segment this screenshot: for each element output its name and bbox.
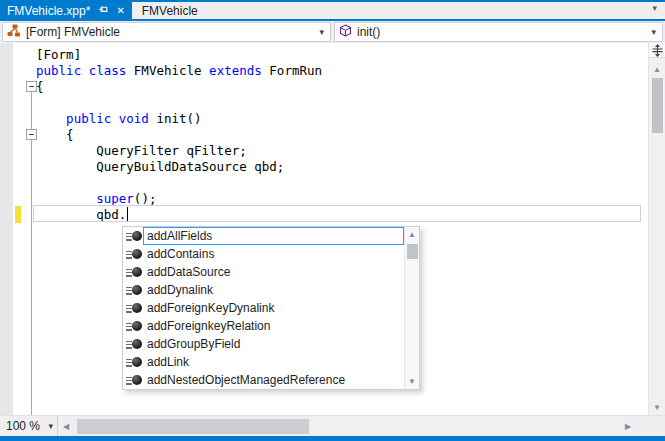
tab-fmvehicle-xpp[interactable]: FMVehicle.xpp* ✕ [0, 2, 132, 19]
horizontal-scroll-thumb[interactable] [77, 419, 309, 434]
editor-bottom-bar: 100 % ▾ ◀ ▶ [0, 415, 665, 436]
popup-scroll-thumb[interactable] [407, 244, 418, 259]
chevron-down-icon[interactable]: ▾ [651, 27, 658, 37]
code-text[interactable]: [Form] public class FMVehicle extends Fo… [36, 47, 322, 223]
code-line[interactable] [36, 95, 322, 111]
class-icon [7, 24, 21, 41]
tab-overflow-arrow-icon[interactable]: ▾ [652, 3, 657, 13]
intellisense-popup: addAllFields addContains addDataSource a… [122, 226, 420, 390]
scroll-down-icon[interactable]: ▼ [405, 377, 419, 386]
completion-item[interactable]: addLink [123, 353, 404, 371]
code-line[interactable]: QueryFilter qFilter; [36, 143, 322, 159]
completion-item[interactable]: addDataSource [123, 263, 404, 281]
scroll-up-icon[interactable]: ▲ [405, 230, 419, 239]
completion-item[interactable]: addForeignKeyDynalink [123, 299, 404, 317]
completion-item[interactable]: addGroupByField [123, 335, 404, 353]
method-icon [126, 302, 143, 315]
method-icon [126, 266, 143, 279]
method-icon [126, 338, 143, 351]
completion-list: addAllFields addContains addDataSource a… [123, 227, 404, 389]
code-line[interactable]: public void init() [36, 111, 322, 127]
outlining-guide-line [31, 92, 32, 415]
tab-strip: FMVehicle.xpp* ✕ FMVehicle ▾ [0, 2, 665, 19]
method-icon [126, 356, 143, 369]
code-line[interactable] [36, 175, 322, 191]
vertical-scrollbar[interactable]: ▲ ▼ [648, 43, 665, 415]
pin-icon[interactable] [98, 6, 108, 16]
completion-item[interactable]: addAllFields [123, 227, 404, 245]
tab-label: FMVehicle [142, 4, 198, 18]
code-line[interactable]: { [36, 79, 322, 95]
completion-item[interactable]: addContains [123, 245, 404, 263]
scroll-right-icon[interactable]: ▶ [620, 422, 636, 431]
method-icon [126, 374, 143, 387]
method-icon [126, 320, 143, 333]
completion-item[interactable]: addDynalink [123, 281, 404, 299]
code-line[interactable]: public class FMVehicle extends FormRun [36, 63, 322, 79]
code-line[interactable]: QueryBuildDataSource qbd; [36, 159, 322, 175]
method-icon [126, 248, 143, 261]
indicator-margin [0, 43, 13, 415]
zoom-dropdown[interactable]: 100 % ▾ [0, 416, 58, 436]
method-icon [126, 230, 143, 243]
splitter-handle-icon[interactable] [649, 43, 665, 58]
type-dropdown[interactable]: [Form] FMVehicle ▾ [2, 22, 331, 42]
code-line[interactable]: { [36, 127, 322, 143]
completion-item[interactable]: addNestedObjectManagedReference [123, 371, 404, 389]
vertical-scroll-thumb[interactable] [652, 78, 663, 133]
type-dropdown-label: [Form] FMVehicle [26, 25, 120, 39]
method-icon [126, 284, 143, 297]
current-line-highlight [33, 205, 641, 222]
editor-window: FMVehicle.xpp* ✕ FMVehicle ▾ [0, 0, 665, 441]
member-dropdown-label: init() [357, 25, 380, 39]
navigation-bar: [Form] FMVehicle ▾ init() ▾ [0, 21, 665, 43]
zoom-level-label: 100 % [6, 419, 40, 433]
popup-scrollbar[interactable]: ▲ ▼ [404, 227, 419, 389]
scroll-up-icon[interactable]: ▲ [649, 65, 665, 74]
code-line[interactable]: [Form] [36, 47, 322, 63]
member-dropdown[interactable]: init() ▾ [334, 22, 663, 42]
horizontal-scrollbar[interactable] [75, 419, 619, 434]
chevron-down-icon[interactable]: ▾ [319, 27, 326, 37]
method-icon [339, 24, 352, 40]
chevron-down-icon[interactable]: ▾ [48, 421, 53, 431]
text-caret [127, 207, 128, 221]
modified-line-marker [15, 206, 21, 223]
tab-label: FMVehicle.xpp* [7, 4, 90, 18]
tab-fmvehicle[interactable]: FMVehicle [132, 2, 208, 19]
completion-item[interactable]: addForeignkeyRelation [123, 317, 404, 335]
scroll-left-icon[interactable]: ◀ [58, 422, 74, 431]
close-icon[interactable]: ✕ [116, 6, 124, 16]
scroll-down-icon[interactable]: ▼ [649, 403, 665, 412]
